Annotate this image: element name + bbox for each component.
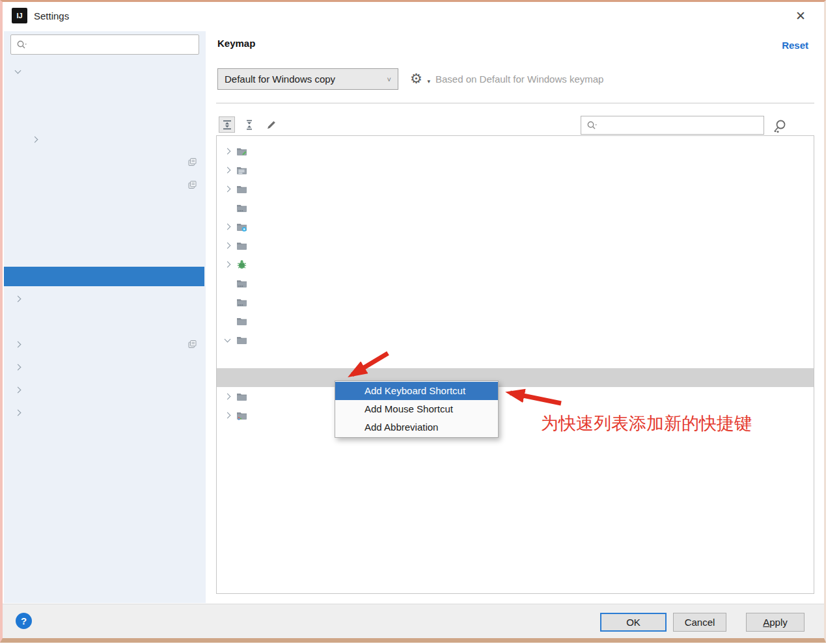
sidebar-item-appearance-behavior[interactable] (4, 60, 206, 83)
menu-item-add-abbreviation[interactable]: Add Abbreviation (335, 418, 498, 436)
titlebar: IJ Settings ✕ (3, 2, 824, 31)
keymap-action-tree (216, 135, 814, 594)
window-title: Settings (34, 10, 69, 21)
tree-item-version-control-systems[interactable] (217, 236, 814, 255)
folder-icon (236, 183, 247, 195)
chevron-right-icon (224, 243, 230, 249)
header-divider (216, 103, 814, 103)
based-on-label: Based on Default for Windows keymap (435, 74, 603, 85)
cancel-button[interactable]: Cancel (673, 613, 726, 632)
tree-item-my-quick-list[interactable] (217, 368, 814, 387)
sidebar-item-plugins[interactable] (4, 310, 206, 333)
sidebar-item-editor[interactable] (4, 288, 206, 310)
tree-item-ant-targets[interactable] (217, 274, 814, 293)
project-settings-badge-icon (188, 157, 197, 166)
settings-search-input[interactable] (10, 34, 199, 55)
tree-item-debugger-actions[interactable] (217, 255, 814, 274)
folder-dots-icon (236, 202, 247, 213)
tree-item-plug-ins[interactable] (217, 387, 814, 406)
sidebar-item-scopes[interactable] (4, 174, 206, 196)
help-button[interactable]: ? (16, 613, 32, 629)
tree-item-tool-windows[interactable] (217, 180, 814, 198)
chevron-down-icon: ˅ (387, 75, 391, 83)
chevron-right-icon (224, 148, 230, 155)
collapse-all-icon[interactable] (241, 116, 257, 133)
tree-item-external-tools[interactable] (217, 198, 814, 217)
folder-dots-icon (236, 278, 247, 289)
folder-icon (236, 391, 247, 402)
folder-dots-icon (236, 297, 247, 308)
tree-item-external-build-systems[interactable] (217, 217, 814, 236)
bug-icon (236, 259, 247, 270)
chevron-right-icon (14, 364, 21, 371)
folder-dots-color-icon (236, 410, 247, 421)
folder-edit-icon (236, 146, 247, 157)
settings-window: IJ Settings ✕ Keymap Reset Default for W… (0, 0, 826, 643)
sidebar-item-tools[interactable] (4, 401, 206, 424)
tree-item-remote-external-tools[interactable] (217, 293, 814, 312)
sidebar-item-version-control[interactable] (4, 333, 206, 356)
keymap-select-value: Default for Windows copy (225, 74, 335, 85)
annotation-text: 为快速列表添加新的快捷键 (541, 412, 752, 435)
chevron-right-icon (224, 167, 230, 174)
apply-button[interactable]: Apply (746, 613, 805, 632)
chevron-right-icon (224, 394, 230, 400)
close-icon[interactable]: ✕ (795, 9, 806, 23)
chevron-right-icon (14, 342, 21, 348)
sidebar-item-keymap[interactable] (4, 267, 204, 286)
chevron-right-icon (14, 410, 21, 416)
chevron-right-icon (224, 224, 230, 230)
folder-menu-icon (236, 165, 247, 176)
tree-rows (217, 136, 814, 425)
chevron-down-icon (14, 67, 21, 74)
chevron-right-icon (31, 137, 38, 143)
tree-item-deployment[interactable] (217, 349, 814, 368)
settings-sidebar (4, 31, 206, 603)
chevron-right-icon (14, 387, 21, 394)
chevron-right-icon (224, 412, 230, 419)
sidebar-item-appearance[interactable] (4, 83, 206, 105)
menu-item-add-keyboard-shortcut[interactable]: Add Keyboard Shortcut (335, 382, 498, 400)
sidebar-item-languages-frameworks[interactable] (4, 379, 206, 401)
search-icon (586, 120, 598, 131)
tree-item-quick-lists[interactable] (217, 330, 814, 349)
chevron-down-icon (224, 336, 230, 342)
chevron-right-icon (224, 262, 230, 268)
folder-icon (236, 240, 247, 251)
folder-icon (236, 334, 247, 345)
sidebar-item-notifications[interactable] (4, 196, 206, 219)
sidebar-item-path-variables[interactable] (4, 242, 206, 265)
tree-item-main-menu[interactable] (217, 161, 814, 180)
expand-all-icon[interactable] (219, 116, 235, 133)
find-actions-by-shortcut-icon[interactable] (771, 118, 788, 135)
sidebar-item-system-settings[interactable] (4, 128, 206, 151)
search-icon (16, 40, 28, 50)
context-menu: Add Keyboard ShortcutAdd Mouse ShortcutA… (335, 381, 499, 438)
menu-item-add-mouse-shortcut[interactable]: Add Mouse Shortcut (335, 400, 498, 418)
folder-gear-icon (236, 221, 247, 232)
sidebar-item-quick-lists[interactable] (4, 219, 206, 242)
keymap-settings-gear-icon[interactable]: ⚙▾ (410, 70, 430, 88)
keymap-filter-input[interactable] (581, 116, 764, 135)
ok-button[interactable]: OK (600, 613, 667, 632)
intellij-logo-icon: IJ (12, 8, 27, 23)
tree-item-macros[interactable] (217, 312, 814, 330)
chevron-right-icon (14, 296, 21, 302)
project-settings-badge-icon (188, 180, 197, 189)
sidebar-item-menus-and-toolbars[interactable] (4, 105, 206, 128)
edit-icon[interactable] (263, 116, 279, 133)
page-title: Keymap (217, 38, 255, 49)
sidebar-nav (4, 60, 206, 424)
sidebar-item-build-execution-deployment[interactable] (4, 356, 206, 379)
tree-toolbar (219, 116, 279, 133)
folder-icon (236, 315, 247, 327)
tree-item-editor-actions[interactable] (217, 142, 814, 161)
project-settings-badge-icon (188, 340, 197, 348)
dialog-footer: ? OK Cancel Apply (3, 604, 824, 638)
sidebar-item-file-colors[interactable] (4, 151, 206, 174)
keymap-select[interactable]: Default for Windows copy ˅ (217, 68, 398, 90)
reset-button[interactable]: Reset (782, 40, 808, 51)
chevron-right-icon (224, 186, 230, 193)
